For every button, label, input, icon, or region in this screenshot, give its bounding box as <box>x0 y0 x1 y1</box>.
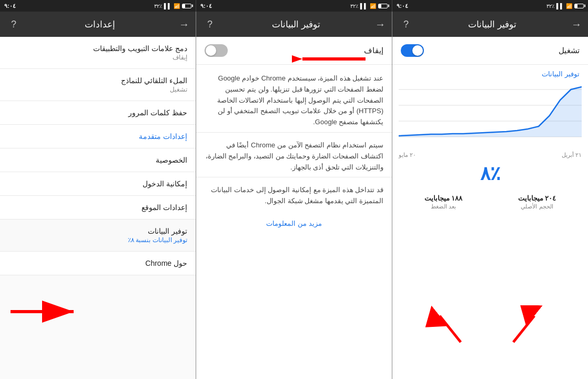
back-arrow-settings[interactable]: → <box>179 18 189 31</box>
datasaver-stats-content: تشغيل توفير البيانات <box>392 37 588 379</box>
settings-item-passwords[interactable]: حفظ كلمات المرور <box>0 101 196 125</box>
battery-percent-1: ٣٢٪ <box>154 3 162 9</box>
topbar-settings: → إعدادات ? <box>0 12 196 37</box>
help-icon-datasaver[interactable]: ? <box>202 19 217 30</box>
settings-item-autofill-subtitle: تشغيل <box>8 86 187 93</box>
stat-original-value: ٢٠٤ ميجابايت <box>490 194 584 202</box>
chart-svg <box>399 84 582 147</box>
chart-label-left: ٢٠ مايو <box>399 152 416 158</box>
stat-original-label: الحجم الأصلي <box>490 203 584 210</box>
settings-item-tabs[interactable]: دمج علامات التبويب والتطبيقات إيقاف <box>0 37 196 69</box>
wifi-icon-3: 📶 <box>566 3 572 9</box>
back-arrow-datasaver[interactable]: → <box>375 18 386 31</box>
description-1: عند تشغيل هذه الميزة، سيستخدم Chrome خوا… <box>196 65 392 133</box>
settings-item-about[interactable]: حول Chrome <box>0 252 196 275</box>
percentage-display: ٨٪ <box>392 158 588 187</box>
settings-item-tabs-title: دمج علامات التبويب والتطبيقات <box>8 44 187 53</box>
help-icon-stats[interactable]: ? <box>399 19 413 30</box>
toggle-row: إيقاف <box>196 37 392 65</box>
toggle-knob-on <box>412 45 423 56</box>
settings-item-autofill-title: الملء التلقائي للنماذج <box>8 76 187 85</box>
stat-compressed-label: بعد الضغط <box>397 203 490 210</box>
settings-list: دمج علامات التبويب والتطبيقات إيقاف المل… <box>0 37 196 379</box>
settings-item-advanced[interactable]: إعدادات متقدمة <box>0 125 196 148</box>
signal-icon-1: ▌▌ <box>164 3 171 9</box>
wifi-icon-2: 📶 <box>370 3 376 9</box>
more-info-link[interactable]: مزيد من المعلومات <box>196 214 392 236</box>
settings-item-about-title: حول Chrome <box>8 259 187 267</box>
status-panel-2: ٩:٠٤ ٣٢٪ ▌▌ 📶 <box>196 0 392 12</box>
settings-item-site-title: إعدادات الموقع <box>8 203 187 212</box>
settings-item-datasaver-title: توفير البيانات <box>8 227 187 235</box>
signal-icon-3: ▌▌ <box>556 3 564 9</box>
settings-item-privacy[interactable]: الخصوصية <box>0 148 196 172</box>
stat-block-compressed: ١٨٨ ميجابايت بعد الضغط <box>397 194 490 210</box>
battery-icon-2 <box>378 4 388 8</box>
help-icon-settings[interactable]: ? <box>6 19 21 30</box>
status-time-3: ٩:٠٤ <box>397 3 408 9</box>
screens-container: → إعدادات ? دمج علامات التبويب والتطبيقا… <box>0 12 588 379</box>
datasaver-info-content: إيقاف عند تشغيل هذه الميزة، سيستخدم Chro… <box>196 37 392 379</box>
topbar-datasaver: → توفير البيانات ? <box>196 12 392 37</box>
settings-item-privacy-title: الخصوصية <box>8 156 187 164</box>
status-icons-3: ٣٢٪ ▌▌ 📶 <box>546 3 584 9</box>
stats-title: توفير البيانات <box>413 19 571 30</box>
status-panel-3: ٩:٠٤ ٣٢٪ ▌▌ 📶 <box>392 0 588 12</box>
description-3: قد تتداخل هذه الميزة مع إمكانية الوصول إ… <box>196 177 392 214</box>
settings-item-datasaver-subtitle: توفير البيانات بنسبة ٨٪ <box>8 236 187 244</box>
datasaver-title: توفير البيانات <box>217 19 375 30</box>
status-bar: ٩:٠٤ ٣٢٪ ▌▌ 📶 ٩:٠٤ ٣٢٪ ▌▌ 📶 ٩:٠٤ ٣٢٪ ▌▌ … <box>0 0 588 12</box>
toggle-switch-off[interactable] <box>205 44 228 57</box>
screen-datasaver-stats: → توفير البيانات ? تشغيل توفير البيانات <box>392 12 588 379</box>
status-time-2: ٩:٠٤ <box>200 3 212 9</box>
chart-labels: ٢١ أبريل ٢٠ مايو <box>392 152 588 158</box>
settings-item-accessibility[interactable]: إمكانية الدخول <box>0 172 196 196</box>
settings-title: إعدادات <box>21 19 179 30</box>
battery-percent-2: ٣٢٪ <box>350 3 358 9</box>
status-icons-2: ٣٢٪ ▌▌ 📶 <box>350 3 388 9</box>
settings-item-advanced-title: إعدادات متقدمة <box>8 132 187 141</box>
topbar-stats: → توفير البيانات ? <box>392 12 588 37</box>
back-arrow-stats[interactable]: → <box>571 18 582 31</box>
description-2: سيتم استخدام نظام التصفح الآمن من Chrome… <box>196 133 392 177</box>
status-time-1: ٩:٠٤ <box>4 3 16 9</box>
chart-area <box>399 84 582 147</box>
svg-marker-8 <box>399 87 582 137</box>
settings-item-accessibility-title: إمكانية الدخول <box>8 179 187 188</box>
stats-row: ٢٠٤ ميجابايت الحجم الأصلي ١٨٨ ميجابايت ب… <box>392 187 588 214</box>
toggle-knob <box>206 45 216 56</box>
toggle-label-on: تشغيل <box>559 46 580 55</box>
status-panel-1: ٩:٠٤ ٣٢٪ ▌▌ 📶 <box>0 0 196 12</box>
wifi-icon-1: 📶 <box>174 3 180 9</box>
chart-label-right: ٢١ أبريل <box>562 152 582 158</box>
percentage-value: ٨٪ <box>480 163 500 184</box>
toggle-label: إيقاف <box>364 46 383 55</box>
settings-item-passwords-title: حفظ كلمات المرور <box>8 108 187 117</box>
settings-item-site[interactable]: إعدادات الموقع <box>0 196 196 220</box>
stat-block-original: ٢٠٤ ميجابايت الحجم الأصلي <box>490 194 584 210</box>
toggle-switch-on[interactable] <box>401 44 424 57</box>
stat-compressed-value: ١٨٨ ميجابايت <box>397 194 490 202</box>
datasaver-link[interactable]: توفير البيانات <box>392 65 588 80</box>
toggle-row-on: تشغيل <box>392 37 588 65</box>
battery-icon-1 <box>182 4 191 8</box>
settings-item-tabs-subtitle: إيقاف <box>8 54 187 61</box>
status-icons-1: ٣٢٪ ▌▌ 📶 <box>154 3 191 9</box>
battery-icon-3 <box>574 4 584 8</box>
battery-percent-3: ٣٢٪ <box>546 3 554 9</box>
settings-item-datasaver[interactable]: توفير البيانات توفير البيانات بنسبة ٨٪ <box>0 220 196 252</box>
settings-item-autofill[interactable]: الملء التلقائي للنماذج تشغيل <box>0 69 196 101</box>
screen-settings: → إعدادات ? دمج علامات التبويب والتطبيقا… <box>0 12 196 379</box>
screen-datasaver-info: → توفير البيانات ? إيقاف عند تشغيل هذه ا… <box>196 12 392 379</box>
signal-icon-2: ▌▌ <box>360 3 368 9</box>
